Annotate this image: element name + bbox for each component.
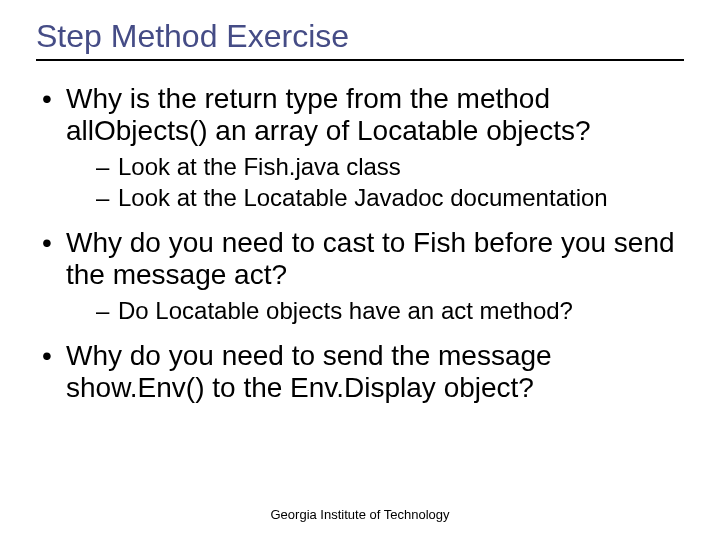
- footer-text: Georgia Institute of Technology: [0, 507, 720, 522]
- sub-list: Do Locatable objects have an act method?: [66, 297, 684, 326]
- sub-item: Look at the Fish.java class: [66, 153, 684, 182]
- bullet-item: Why do you need to send the message show…: [36, 340, 684, 404]
- sub-item: Look at the Locatable Javadoc documentat…: [66, 184, 684, 213]
- bullet-text: Why is the return type from the method a…: [66, 83, 591, 146]
- bullet-text: Why do you need to cast to Fish before y…: [66, 227, 675, 290]
- bullet-list: Why is the return type from the method a…: [36, 83, 684, 405]
- bullet-item: Why do you need to cast to Fish before y…: [36, 227, 684, 326]
- bullet-text: Why do you need to send the message show…: [66, 340, 552, 403]
- slide-title: Step Method Exercise: [36, 18, 684, 61]
- bullet-item: Why is the return type from the method a…: [36, 83, 684, 213]
- sub-item: Do Locatable objects have an act method?: [66, 297, 684, 326]
- sub-list: Look at the Fish.java class Look at the …: [66, 153, 684, 213]
- slide: Step Method Exercise Why is the return t…: [0, 0, 720, 540]
